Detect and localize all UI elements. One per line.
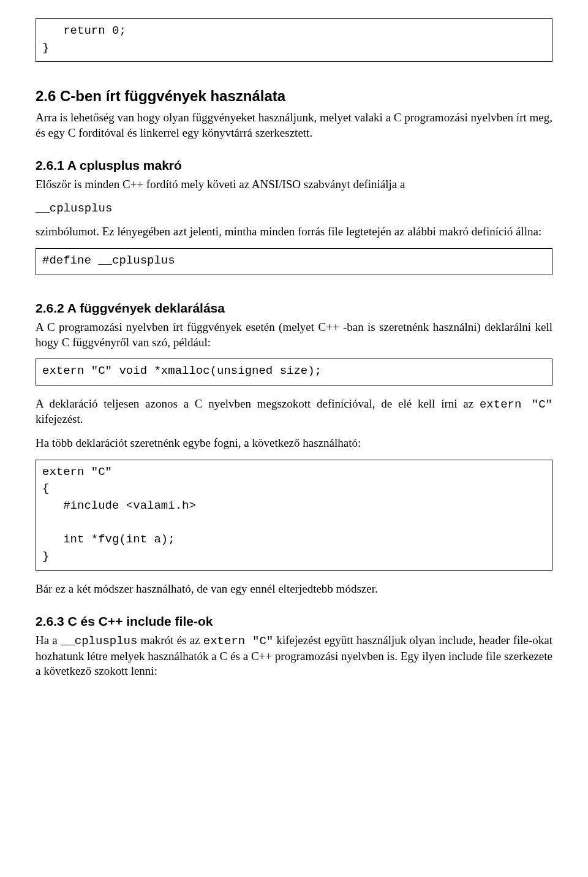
heading-2-6-3: 2.6.3 C és C++ include file-ok bbox=[36, 613, 552, 629]
para-2-6-3: Ha a __cplusplus makrót és az extern "C"… bbox=[36, 633, 552, 679]
para-2-6-2-decl-a: A deklaráció teljesen azonos a C nyelvbe… bbox=[36, 397, 480, 410]
para-2-6-2-multi: Ha több deklarációt szeretnénk egybe fog… bbox=[36, 436, 552, 451]
para-2-6-2-decl-b: kifejezést. bbox=[36, 412, 83, 425]
para-2-6-2-decl: A deklaráció teljesen azonos a C nyelvbe… bbox=[36, 397, 552, 427]
extern-c-inline: extern "C" bbox=[480, 398, 552, 411]
code-block-define: #define __cplusplus bbox=[36, 248, 552, 275]
extern-c-inline-2: extern "C" bbox=[203, 634, 273, 648]
heading-2-6-1: 2.6.1 A cplusplus makró bbox=[36, 157, 552, 173]
cplusplus-inline: __cplusplus bbox=[61, 634, 137, 648]
cplusplus-symbol: __cplusplus bbox=[36, 201, 552, 216]
para-2-6-1-symbol: szimbólumot. Ez lényegében azt jelenti, … bbox=[36, 224, 552, 240]
para-2-6-3-b: makrót és az bbox=[137, 634, 203, 647]
code-block-return: return 0; } bbox=[36, 18, 552, 62]
code-block-extern-block: extern "C" { #include <valami.h> int *fv… bbox=[36, 460, 552, 571]
para-2-6-3-a: Ha a bbox=[36, 634, 61, 647]
para-2-6-2-intro: A C programozási nyelvben írt függvények… bbox=[36, 320, 552, 350]
heading-2-6-2: 2.6.2 A függvények deklarálása bbox=[36, 300, 552, 316]
heading-2-6: 2.6 C-ben írt függvények használata bbox=[36, 86, 552, 105]
code-block-extern-xmalloc: extern "C" void *xmalloc(unsigned size); bbox=[36, 359, 552, 385]
para-2-6: Arra is lehetőség van hogy olyan függvén… bbox=[36, 110, 552, 140]
para-2-6-2-outro: Bár ez a két módszer használható, de van… bbox=[36, 582, 552, 597]
para-2-6-1-intro: Először is minden C++ fordító mely követ… bbox=[36, 177, 552, 192]
